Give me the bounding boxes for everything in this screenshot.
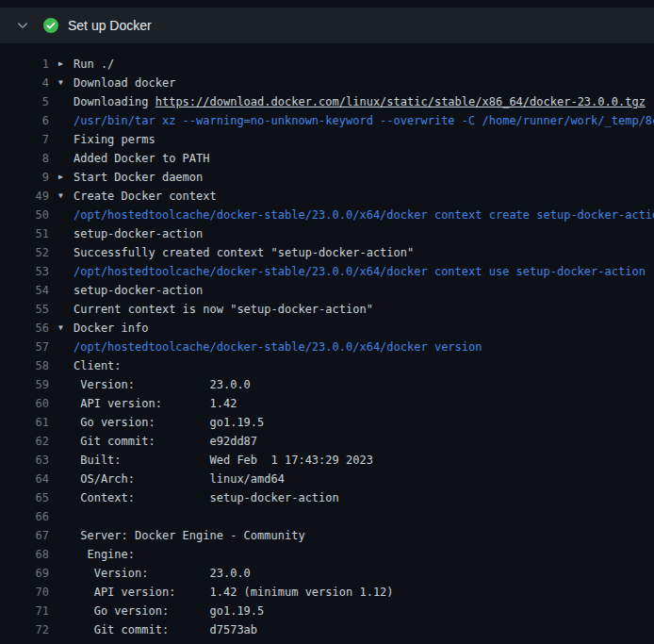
line-number[interactable]: 54 [11,281,49,300]
log-group-header[interactable]: 4▼Download docker [11,74,654,92]
log-text: /usr/bin/tar xz --warning=no-unknown-key… [74,111,654,130]
log-text: OS/Arch: linux/amd64 [74,470,654,488]
log-group-header[interactable]: 56▼Docker info [11,319,654,338]
log-line: 5Downloading https://download.docker.com… [11,92,654,111]
line-number[interactable]: 55 [11,300,49,319]
group-expanded-icon[interactable]: ▼ [58,74,74,92]
log-text: /opt/hostedtoolcache/docker-stable/23.0.… [74,206,654,224]
log-text [74,507,654,526]
group-expanded-icon[interactable]: ▼ [58,187,74,206]
line-number[interactable]: 64 [11,470,49,488]
log-text: Server: Docker Engine - Community [74,526,654,545]
log-text: Client: [74,356,654,375]
log-text: Successfully created context "setup-dock… [74,243,654,262]
line-number[interactable]: 4 [11,74,49,92]
arrow-spacer [58,488,74,507]
log-group-header[interactable]: 49▼Create Docker context [11,187,654,206]
group-collapsed-icon[interactable]: ▶ [58,168,74,187]
log-line: 70 API version: 1.42 (minimum version 1.… [11,583,654,602]
log-text: setup-docker-action [74,224,654,243]
log-text: Fixing perms [74,130,654,149]
line-number[interactable]: 9 [11,168,49,187]
line-number[interactable]: 57 [11,338,49,356]
arrow-spacer [58,620,74,639]
line-number[interactable]: 65 [11,488,49,507]
log-text: Go version: go1.19.5 [74,413,654,432]
log-line: 60 API version: 1.42 [11,394,654,413]
arrow-spacer [58,338,74,356]
group-collapsed-icon[interactable]: ▶ [58,55,74,74]
log-text: API version: 1.42 (minimum version 1.12) [74,583,654,602]
line-number[interactable]: 56 [11,319,49,338]
arrow-spacer [58,451,74,470]
arrow-spacer [58,111,74,130]
arrow-spacer [58,243,74,262]
line-number[interactable]: 1 [11,55,49,74]
line-number[interactable]: 66 [11,507,49,526]
log-line: 61 Go version: go1.19.5 [11,413,654,432]
arrow-spacer [58,413,74,432]
step-header[interactable]: Set up Docker [0,8,654,43]
check-circle-icon [43,18,58,33]
log-text: Git commit: e92dd87 [74,432,654,451]
arrow-spacer [58,545,74,564]
line-number[interactable]: 63 [11,451,49,470]
log-text: setup-docker-action [74,281,654,300]
line-number[interactable]: 7 [11,130,49,149]
log-text: API version: 1.42 [74,394,654,413]
arrow-spacer [58,130,74,149]
line-number[interactable]: 69 [11,564,49,583]
log-text: Current context is now "setup-docker-act… [74,300,654,319]
log-line: 59 Version: 23.0.0 [11,375,654,394]
line-number[interactable]: 58 [11,356,49,375]
arrow-spacer [58,564,74,583]
log-lines: 1▶Run ./4▼Download docker5Downloading ht… [11,55,654,639]
arrow-spacer [58,262,74,281]
arrow-spacer [58,356,74,375]
log-group-header[interactable]: 9▶Start Docker daemon [11,168,654,187]
log-line: 53/opt/hostedtoolcache/docker-stable/23.… [11,262,654,281]
line-number[interactable]: 50 [11,206,49,224]
log-line: 65 Context: setup-docker-action [11,488,654,507]
log-text: Added Docker to PATH [74,149,654,168]
line-number[interactable]: 60 [11,394,49,413]
arrow-spacer [58,375,74,394]
group-expanded-icon[interactable]: ▼ [58,319,74,338]
arrow-spacer [58,526,74,545]
line-number[interactable]: 72 [11,620,49,639]
line-number[interactable]: 52 [11,243,49,262]
log-text: Run ./ [74,55,654,74]
log-text: Download docker [74,74,654,92]
line-number[interactable]: 71 [11,602,49,620]
line-number[interactable]: 68 [11,545,49,564]
line-number[interactable]: 70 [11,583,49,602]
arrow-spacer [58,394,74,413]
log-text: /opt/hostedtoolcache/docker-stable/23.0.… [74,338,654,356]
arrow-spacer [58,92,74,111]
line-number[interactable]: 49 [11,187,49,206]
log-line: 6/usr/bin/tar xz --warning=no-unknown-ke… [11,111,654,130]
log-text: Go version: go1.19.5 [74,602,654,620]
log-line: 50/opt/hostedtoolcache/docker-stable/23.… [11,206,654,224]
line-number[interactable]: 8 [11,149,49,168]
line-number[interactable]: 62 [11,432,49,451]
line-number[interactable]: 5 [11,92,49,111]
line-number[interactable]: 67 [11,526,49,545]
log-line: 71 Go version: go1.19.5 [11,602,654,620]
line-number[interactable]: 59 [11,375,49,394]
log-line: 72 Git commit: d7573ab [11,620,654,639]
line-number[interactable]: 61 [11,413,49,432]
line-number[interactable]: 53 [11,262,49,281]
line-number[interactable]: 51 [11,224,49,243]
line-number[interactable]: 6 [11,111,49,130]
chevron-down-icon[interactable] [17,20,28,31]
log-text: Version: 23.0.0 [74,564,654,583]
success-circle [43,18,58,33]
log-line: 51setup-docker-action [11,224,654,243]
log-group-header[interactable]: 1▶Run ./ [11,55,654,74]
log-link[interactable]: https://download.docker.com/linux/static… [155,95,646,108]
log-line: 66 [11,507,654,526]
log-text: Start Docker daemon [74,168,654,187]
log-line: 69 Version: 23.0.0 [11,564,654,583]
step-title: Set up Docker [68,18,152,33]
